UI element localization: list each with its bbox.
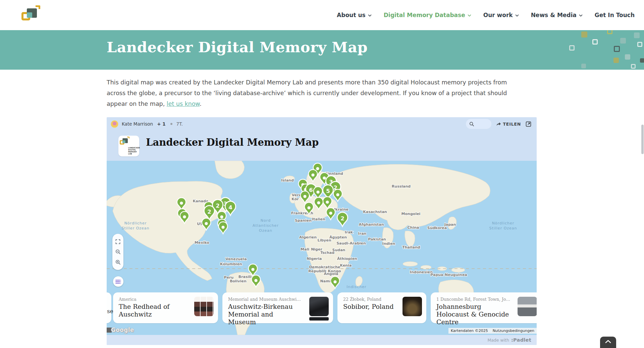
map-zoom-controls: [112, 234, 123, 270]
made-with-label: Made with: [487, 338, 509, 343]
map-label: Saudi-Arabien: [336, 241, 366, 246]
map-label: Indien: [382, 241, 395, 246]
google-logo[interactable]: Google: [111, 327, 134, 333]
map-data-copyright: Kartendaten ©2025: [448, 328, 490, 334]
map-label: Indischer: [346, 285, 366, 289]
nav-item-news-media[interactable]: News & Media: [531, 12, 583, 18]
chevron-up-icon: [605, 340, 611, 343]
hero-banner: Landecker Digital Memory Map: [0, 30, 644, 70]
nav-item-label: Get In Touch: [595, 12, 635, 18]
top-navigation-bar: About usDigital Memory DatabaseOur workN…: [0, 0, 644, 30]
map-label: Spanien: [295, 218, 312, 223]
let-us-know-link[interactable]: let us know: [167, 100, 200, 107]
map-label: Papua-Neuguinea: [430, 273, 467, 277]
avatar[interactable]: [111, 120, 118, 128]
search-input[interactable]: [466, 119, 491, 129]
map-label: Kör: [291, 197, 299, 201]
nav-item-label: About us: [337, 12, 365, 18]
map-label: Afghanistan: [359, 222, 384, 227]
author-name[interactable]: Kate Marrison: [122, 121, 153, 127]
map-label: Sudan: [332, 248, 345, 252]
chevron-down-icon: [368, 14, 372, 17]
card-johannesburg[interactable]: 1 Duncombe Rd, Forest Town, Joh... Johan…: [431, 292, 537, 323]
padlet-footer: Made with :Padlet: [107, 335, 537, 345]
map-label: China: [408, 225, 419, 230]
zoom-out-button[interactable]: [115, 249, 121, 255]
google-map[interactable]: IslandFinnlandRusslandNorwegenKanadaVere…: [107, 161, 537, 335]
map-label: Kasachstan: [363, 210, 387, 214]
intro-text-end: .: [200, 100, 202, 107]
map-label: Italien: [312, 217, 325, 221]
map-label: Island: [281, 178, 294, 183]
landecker-logo-small: [119, 137, 129, 146]
map-label: Nördlicher: [124, 221, 147, 225]
map-label: Pakistan: [368, 237, 386, 241]
map-label: Atlantischer: [253, 223, 279, 228]
map-label: Stiller Ozean: [489, 226, 517, 230]
page-title: Landecker Digital Memory Map: [107, 39, 368, 56]
pin-count: 4: [228, 204, 232, 211]
map-label: Südkorea: [427, 226, 447, 230]
nav-item-label: News & Media: [531, 12, 577, 18]
logo-corner-bracket: [36, 5, 40, 9]
nav-item-label: Our work: [483, 12, 513, 18]
pin-count: 2: [207, 209, 211, 215]
map-label: Ägypten: [329, 235, 347, 239]
zoom-out-icon: [115, 249, 121, 255]
share-arrow-icon: [496, 122, 501, 126]
dot-separator-icon: [170, 123, 172, 125]
card-auschwitz-birkenau[interactable]: Memorial and Museum Auschwitz... Auschwi…: [222, 292, 333, 323]
map-label: Kenia: [340, 263, 352, 268]
map-attribution: Kartendaten ©2025 Nutzungsbedingungen: [448, 328, 537, 334]
map-label: Bolivien: [230, 279, 247, 283]
terms-of-use-link[interactable]: Nutzungsbedingungen: [490, 328, 537, 334]
author-extra-count[interactable]: + 1: [157, 121, 165, 127]
share-button[interactable]: TEILEN: [496, 122, 521, 127]
views-count: 7T.: [176, 121, 183, 127]
padlet-logo-tile: LANDECKER DIGITAL MEMORY LAB: [118, 136, 139, 156]
nav-item-get-in-touch[interactable]: Get In Touch: [595, 12, 635, 18]
map-label: Ozean: [259, 228, 272, 233]
map-label: Libyen: [317, 238, 331, 242]
page-scrollbar[interactable]: [641, 125, 644, 154]
card-redhead-of-auschwitz[interactable]: America The Redhead of Auschwitz: [113, 292, 218, 323]
open-external-button[interactable]: [526, 121, 531, 127]
map-label: Algerien: [299, 235, 317, 239]
map-label: Venezuela: [225, 257, 247, 261]
padlet-embed: Kate Marrison + 1 7T. TEILEN: [107, 117, 537, 345]
list-icon: [115, 279, 121, 284]
fullscreen-button[interactable]: [115, 239, 120, 244]
main-nav: About usDigital Memory DatabaseOur workN…: [337, 0, 635, 30]
map-label: Kolumbien: [220, 262, 242, 266]
padlet-brand-link[interactable]: :Padlet: [511, 337, 531, 343]
pin-count: 6: [309, 187, 313, 193]
nav-item-digital-memory-database[interactable]: Digital Memory Database: [384, 12, 471, 18]
zoom-in-button[interactable]: [115, 260, 121, 265]
share-button-label: TEILEN: [503, 122, 521, 127]
map-label: Mexiko: [195, 240, 209, 245]
padlet-header: Kate Marrison + 1 7T. TEILEN: [107, 117, 537, 131]
map-label: Irak: [345, 230, 353, 234]
map-label: Thailand: [402, 245, 420, 250]
nav-item-about-us[interactable]: About us: [337, 12, 371, 18]
map-label: Angola: [324, 272, 338, 276]
pin-count: 5: [326, 188, 330, 194]
zoom-in-icon: [115, 260, 121, 265]
landecker-logo[interactable]: [21, 5, 40, 24]
scroll-to-top-button[interactable]: [600, 337, 616, 348]
chevron-down-icon: [468, 14, 471, 17]
map-label: Mongolei: [401, 212, 421, 216]
chevron-down-icon: [579, 14, 583, 17]
card-thumbnail: [518, 297, 537, 316]
padlet-titlebar: LANDECKER DIGITAL MEMORY LAB Landecker D…: [107, 131, 537, 161]
card-sobibor[interactable]: 22 Żłobek, Poland Sobibor, Poland: [337, 292, 426, 323]
nav-item-our-work[interactable]: Our work: [483, 12, 519, 18]
logo-teal-square: [27, 12, 32, 18]
map-label: Iran: [358, 231, 367, 236]
chevron-down-icon: [515, 14, 519, 17]
map-label: Stiller Ozean: [121, 226, 149, 230]
fullscreen-icon: [115, 239, 120, 244]
padlet-map-title: Landecker Digital Memory Map: [146, 137, 319, 148]
list-view-button[interactable]: [113, 276, 123, 287]
cards-row: America The Redhead of Auschwitz Memoria…: [107, 292, 537, 323]
